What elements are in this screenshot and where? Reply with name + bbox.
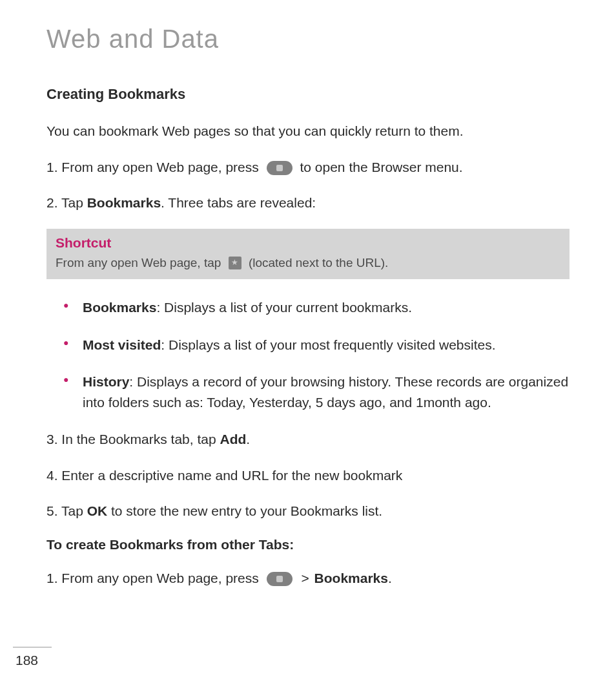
menu-icon [267,161,293,175]
bullet-bookmarks-label: Bookmarks [83,300,156,315]
page-title: Web and Data [46,25,570,54]
bullet-bookmarks: Bookmarks: Displays a list of your curre… [83,297,570,318]
intro-text: You can bookmark Web pages so that you c… [46,121,570,142]
other-step-1: 1. From any open Web page, press > Bookm… [46,568,570,589]
bullet-history: History: Displays a record of your brows… [83,372,570,412]
step-1: 1. From any open Web page, press to open… [46,157,570,178]
section-heading: Creating Bookmarks [46,86,570,103]
other-step-1-text-b: . [388,571,392,585]
other-step-1-bold: Bookmarks [314,571,388,585]
step-4: 4. Enter a descriptive name and URL for … [46,465,570,486]
step-2: 2. Tap Bookmarks. Three tabs are reveale… [46,193,570,213]
shortcut-text-b: (located next to the URL). [249,256,389,269]
step-3: 3. In the Bookmarks tab, tap Add. [46,429,570,450]
other-step-1-text-a: 1. From any open Web page, press [46,571,263,585]
breadcrumb-separator: > [300,571,314,585]
page-number-rule [13,647,52,647]
step-3-bold: Add [220,432,246,447]
bullet-most-visited-text: : Displays a list of your most frequentl… [161,337,495,352]
tabs-bullet-list: Bookmarks: Displays a list of your curre… [46,297,570,412]
bullet-history-text: : Displays a record of your browsing his… [83,374,568,410]
page-number: 188 [13,653,52,668]
bullet-most-visited-label: Most visited [83,337,161,352]
step-1-text-a: 1. From any open Web page, press [46,160,263,174]
step-3-text-a: 3. In the Bookmarks tab, tap [46,432,220,447]
bullet-most-visited: Most visited: Displays a list of your mo… [83,335,570,355]
sub-heading: To create Bookmarks from other Tabs: [46,537,570,552]
shortcut-text-a: From any open Web page, tap [56,256,225,269]
step-3-text-b: . [246,432,250,447]
step-5-bold: OK [87,503,108,518]
bullet-bookmarks-text: : Displays a list of your current bookma… [156,300,412,315]
step-2-text-a: 2. Tap [46,195,87,210]
step-1-text-b: to open the Browser menu. [300,160,462,174]
step-5: 5. Tap OK to store the new entry to your… [46,501,570,521]
step-5-text-b: to store the new entry to your Bookmarks… [107,503,382,518]
shortcut-title: Shortcut [56,235,560,251]
menu-icon [267,572,293,586]
bullet-history-label: History [83,374,129,389]
shortcut-text: From any open Web page, tap (located nex… [56,255,560,272]
shortcut-box: Shortcut From any open Web page, tap (lo… [46,229,570,280]
page-number-wrap: 188 [13,647,52,668]
step-2-bold: Bookmarks [87,195,161,210]
bookmark-star-icon [229,257,241,269]
step-5-text-a: 5. Tap [46,503,87,518]
step-2-text-b: . Three tabs are revealed: [161,195,316,210]
